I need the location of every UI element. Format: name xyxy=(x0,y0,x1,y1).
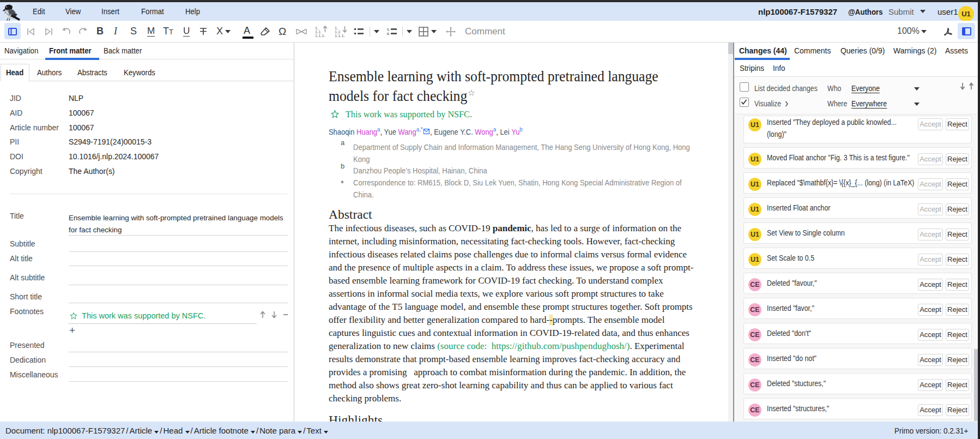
svg-text:2.: 2. xyxy=(387,32,390,35)
svg-text:1.: 1. xyxy=(387,28,390,31)
